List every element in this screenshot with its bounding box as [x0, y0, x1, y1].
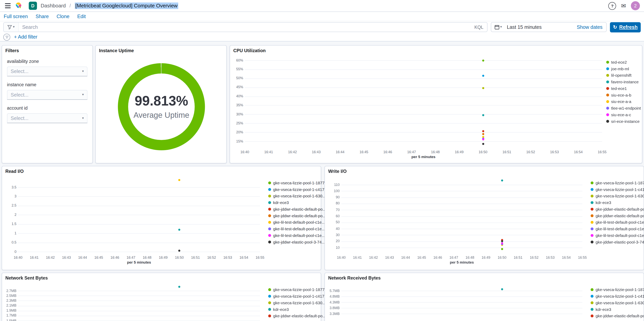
legend-item[interactable]: gke-lil-test-default-pool-c1e... [268, 232, 319, 239]
y-axis-label: 5.7MB [325, 289, 340, 292]
legend-item[interactable]: gke-lil-test-default-pool-c1e... [591, 232, 642, 239]
legend-item[interactable]: gke-vseca-lizzie-pool-1-630... [591, 193, 642, 199]
gridline [342, 296, 582, 297]
instance-name-select[interactable]: Select... ▾ [7, 90, 88, 100]
y-axis-label: 90 [325, 196, 340, 199]
kibana-dashboard-app: D Dashboard / [Metricbeat Googlecloud] C… [0, 0, 644, 321]
x-axis-label: 16:46 [382, 150, 394, 154]
legend-item[interactable]: ted-ece1 [606, 85, 644, 92]
y-axis-label: 2.5MB [2, 294, 16, 297]
legend-item[interactable]: lil-openshift [606, 72, 644, 78]
legend-item[interactable]: gke-jddwr-elastic-default-po... [591, 319, 642, 321]
legend-item[interactable]: gke-lil-test-default-pool-c1e... [268, 219, 319, 226]
user-avatar[interactable]: 2 [631, 1, 640, 10]
y-axis-label: 2 [2, 213, 16, 216]
legend-item[interactable]: gke-vseca-lizzie-pool-1-630... [591, 300, 642, 306]
legend-label: siu-ece-a-b [611, 93, 631, 97]
legend-item[interactable]: gke-jddwr-elastic-default-po... [268, 212, 319, 219]
menu-icon[interactable] [4, 2, 12, 9]
legend-item[interactable]: gke-vseca-lizzie-pool-1-1877... [268, 180, 319, 186]
legend-item[interactable]: gke-vseca-lizzie-pool-1-1877... [591, 180, 642, 186]
legend-item[interactable]: siu-ece-a-b [606, 92, 644, 98]
y-axis-label: 2.7MB [2, 289, 16, 292]
legend-item[interactable]: gke-lil-test-default-pool-c1e... [268, 226, 319, 232]
legend-item[interactable]: joe-mb-ml [606, 66, 644, 72]
legend-label: gke-lil-test-default-pool-c1e... [596, 220, 644, 225]
mail-icon[interactable]: ✉ [621, 3, 626, 9]
legend-item[interactable]: gke-vseca-lizzie-pool-1-630... [268, 300, 319, 306]
legend-item[interactable]: gke-jddwr-elastic-pool-3-74... [591, 239, 642, 246]
legend-item[interactable]: gke-vseca-lizzie-pool-1-c417... [268, 293, 319, 300]
y-axis-label: 1.5MB [2, 319, 16, 321]
legend-item[interactable]: favero-instance [606, 78, 644, 85]
legend-label: gke-lil-test-default-pool-c1e... [273, 234, 325, 238]
space-badge[interactable]: D [29, 2, 37, 10]
gridline [18, 233, 260, 234]
panel-title: Instance Uptime [96, 46, 226, 53]
legend-swatch [591, 241, 594, 244]
legend-item[interactable]: kdr-ece3 [268, 199, 319, 206]
legend-item[interactable]: gke-lil-test-default-pool-c1e... [591, 226, 642, 232]
legend-item[interactable]: gke-vseca-lizzie-pool-1-c417... [591, 293, 642, 300]
legend-item[interactable]: kdr-ece3 [268, 306, 319, 313]
legend-item[interactable]: tlee-w1-endpoint [606, 105, 644, 112]
calendar-button[interactable]: ▾ [491, 22, 505, 32]
gridline [342, 291, 582, 291]
legend-item[interactable]: gke-vseca-lizzie-pool-1-c417... [268, 186, 319, 193]
elastic-logo[interactable] [15, 2, 22, 10]
y-axis-label: 35% [228, 103, 243, 107]
legend-item[interactable]: siu-ece-a-a [606, 98, 644, 105]
saved-query-button[interactable]: ▾ [4, 22, 19, 32]
legend-item[interactable]: gke-vseca-lizzie-pool-1-c417... [591, 186, 642, 193]
legend-item[interactable]: gke-vseca-lizzie-pool-1-1877... [268, 286, 319, 293]
availability-zone-select[interactable]: Select... ▾ [7, 66, 88, 76]
legend-item[interactable]: gke-vseca-lizzie-pool-1-630... [268, 193, 319, 199]
y-axis-label: 3.5 [2, 185, 16, 189]
search-input[interactable] [19, 24, 471, 30]
edit-link[interactable]: Edit [77, 14, 86, 20]
legend-item[interactable]: gke-jddwr-elastic-default-po... [591, 313, 642, 319]
clone-link[interactable]: Clone [56, 14, 69, 20]
y-axis-label: 2.5 [2, 204, 16, 207]
legend-item[interactable]: siu-ece-a-c [606, 112, 644, 118]
share-link[interactable]: Share [36, 14, 49, 20]
legend-label: gke-jddwr-elastic-default-po... [273, 320, 326, 321]
legend-item[interactable]: gke-jddwr-elastic-default-po... [591, 212, 642, 219]
legend-item[interactable]: gke-jddwr-elastic-pool-3-74... [268, 239, 319, 246]
add-filter-button[interactable]: + Add filter [14, 34, 38, 40]
filter-options-icon[interactable] [3, 34, 10, 40]
legend-item[interactable]: gke-jddwr-elastic-default-po... [591, 206, 642, 212]
query-language-button[interactable]: KQL [471, 25, 487, 30]
legend-label: gke-vseca-lizzie-pool-1-1877... [273, 287, 328, 292]
legend-item[interactable]: gke-jddwr-elastic-default-po... [268, 206, 319, 212]
legend-item[interactable]: kdr-ece3 [591, 199, 642, 206]
legend-item[interactable]: gke-lil-test-default-pool-c1e... [591, 219, 642, 226]
legend-item[interactable]: gke-vseca-lizzie-pool-1-1877... [591, 286, 642, 293]
legend-item[interactable]: sri-ece-instance [606, 118, 644, 125]
legend-label: gke-vseca-lizzie-pool-1-c417... [596, 294, 644, 298]
legend-label: siu-ece-a-c [611, 113, 631, 117]
help-icon[interactable]: ? [608, 2, 616, 10]
legend-item[interactable]: ted-ece2 [606, 59, 644, 66]
data-point [482, 87, 484, 89]
saved-query-icon [8, 25, 12, 30]
show-dates-link[interactable]: Show dates [577, 24, 606, 30]
gridline [342, 210, 582, 210]
legend-item[interactable]: kdr-ece3 [591, 306, 642, 313]
y-axis-label: 4.8MB [325, 294, 340, 298]
time-range-label[interactable]: Last 15 minutes [505, 24, 542, 30]
y-axis-label: 1.7MB [2, 314, 16, 317]
page-title[interactable]: [Metricbeat Googlecloud] Compute Overvie… [74, 2, 178, 9]
legend-swatch [268, 288, 271, 291]
account-id-select[interactable]: Select... ▾ [7, 113, 88, 123]
breadcrumb[interactable]: Dashboard [41, 3, 66, 9]
fullscreen-link[interactable]: Full screen [4, 14, 28, 20]
x-axis-title: per 5 minutes [18, 261, 260, 264]
y-axis-label: 15% [228, 140, 243, 143]
legend-item[interactable]: gke-jddwr-elastic-default-po... [268, 319, 319, 321]
refresh-button[interactable]: ↻ Refresh [610, 22, 641, 32]
legend-swatch [591, 221, 594, 224]
refresh-icon: ↻ [613, 24, 617, 30]
legend-item[interactable]: gke-jddwr-elastic-default-po... [268, 313, 319, 319]
data-point [501, 242, 503, 244]
